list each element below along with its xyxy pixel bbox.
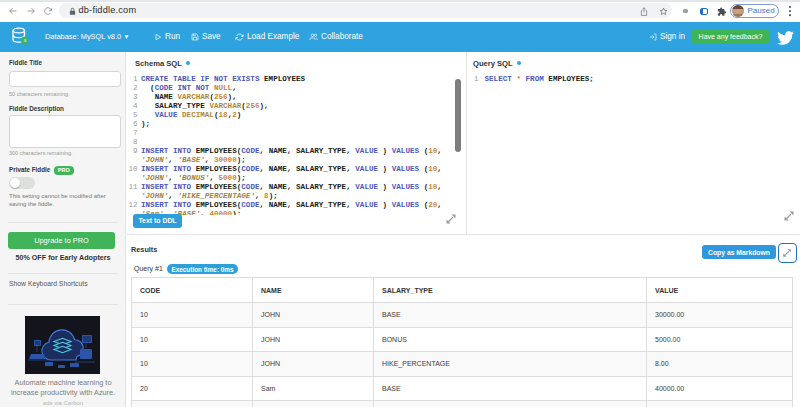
- svg-text:S: S: [24, 38, 27, 43]
